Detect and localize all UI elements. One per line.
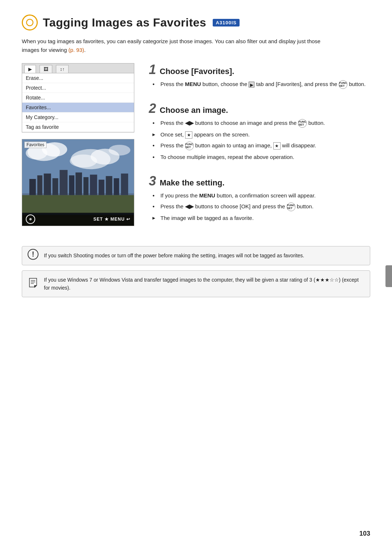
step-2-bullet-3: Press the FUNCSET button again to untag … bbox=[152, 141, 370, 150]
step-2-header: 2 Choose an image. bbox=[149, 102, 370, 115]
func-set-btn-3: FUNCSET bbox=[185, 142, 194, 150]
menu-items-list: Erase... Protect... Rotate... Favorites.… bbox=[22, 73, 134, 132]
camera-icon-area: ⊕ bbox=[26, 214, 35, 224]
camera-label: Favorites bbox=[24, 142, 46, 148]
svg-rect-20 bbox=[106, 176, 113, 195]
svg-point-7 bbox=[70, 155, 97, 168]
intro-text: When you tag images as favorites, you ca… bbox=[22, 38, 320, 53]
camera-bottom-bar: ⊕ SET ★ MENU ↩ bbox=[22, 213, 134, 226]
svg-rect-15 bbox=[69, 175, 74, 195]
camera-image-bg: Favorites ⊕ SET ★ MENU ↩ bbox=[22, 139, 134, 226]
svg-rect-13 bbox=[52, 178, 58, 195]
intro-link[interactable]: (p. 93) bbox=[68, 47, 84, 53]
svg-point-8 bbox=[109, 145, 130, 156]
svg-rect-10 bbox=[29, 179, 36, 195]
menu-item: My Category... bbox=[22, 113, 134, 122]
title-icon bbox=[22, 15, 38, 30]
note-notice: If you use Windows 7 or Windows Vista an… bbox=[22, 270, 370, 298]
svg-rect-22 bbox=[121, 173, 128, 195]
menu-item: Erase... bbox=[22, 73, 134, 83]
step-3-bullets: If you press the MENU button, a confirma… bbox=[152, 191, 370, 222]
step-3-bullet-3: The image will be tagged as a favorite. bbox=[152, 214, 370, 222]
svg-rect-19 bbox=[99, 180, 105, 195]
svg-point-0 bbox=[26, 19, 33, 26]
svg-rect-12 bbox=[44, 173, 51, 195]
step-1: 1 Choose [Favorites]. Press the MENU but… bbox=[149, 63, 370, 89]
content-area: ▶ 🖼 ↕↑ Erase... Protect... Rotate... Fav… bbox=[22, 63, 370, 235]
warning-icon: ! bbox=[27, 249, 39, 262]
camera-bottom-text: SET ★ MENU ↩ bbox=[93, 217, 130, 222]
step-2-title: Choose an image. bbox=[160, 106, 228, 115]
menu-word-2: MENU bbox=[199, 192, 215, 199]
menu-tab-play: ▶ bbox=[24, 65, 36, 73]
menu-tab-print: 🖼 bbox=[40, 65, 52, 73]
note-icon bbox=[27, 277, 39, 291]
step-1-bullets: Press the MENU button, choose the ▶ tab … bbox=[152, 80, 370, 89]
note-notice-text: If you use Windows 7 or Windows Vista an… bbox=[44, 277, 359, 291]
svg-point-4 bbox=[26, 147, 48, 160]
step-2-bullet-4: To choose multiple images, repeat the ab… bbox=[152, 153, 370, 161]
step-2-bullet-1: Press the ◀▶ buttons to choose an image … bbox=[152, 119, 370, 128]
step-3-bullet-2: Press the ◀▶ buttons to choose [OK] and … bbox=[152, 202, 370, 211]
func-set-btn-2: FUNCSET bbox=[298, 119, 307, 128]
circle-icon bbox=[26, 19, 34, 26]
side-tab bbox=[385, 265, 392, 287]
menu-tab-settings: ↕↑ bbox=[56, 65, 69, 73]
page-title-text: Tagging Images as Favorites bbox=[43, 16, 206, 29]
star-icon: ★ bbox=[185, 131, 192, 139]
step-2-bullets: Press the ◀▶ buttons to choose an image … bbox=[152, 119, 370, 161]
intro-paragraph: When you tag images as favorites, you ca… bbox=[22, 37, 330, 54]
svg-rect-18 bbox=[90, 175, 97, 195]
menu-item: Tag as favorite bbox=[22, 122, 134, 132]
step-3-title: Make the setting. bbox=[160, 178, 224, 188]
camera-bottom-icon: ⊕ bbox=[26, 214, 35, 224]
svg-rect-14 bbox=[60, 170, 68, 195]
step-2-bullet-2: Once set, ★ appears on the screen. bbox=[152, 130, 370, 139]
menu-item: Rotate... bbox=[22, 93, 134, 103]
step-3: 3 Make the setting. If you press the MEN… bbox=[149, 175, 370, 222]
svg-rect-21 bbox=[114, 178, 119, 195]
step-2-number: 2 bbox=[149, 102, 156, 115]
svg-rect-17 bbox=[83, 177, 89, 195]
step-1-number: 1 bbox=[149, 63, 156, 76]
menu-word: MENU bbox=[185, 81, 201, 87]
warning-notice-text: If you switch Shooting modes or turn off… bbox=[44, 253, 304, 258]
svg-text:!: ! bbox=[32, 250, 34, 258]
menu-item: Protect... bbox=[22, 83, 134, 93]
step-3-header: 3 Make the setting. bbox=[149, 175, 370, 188]
func-set-btn-4: FUNCSET bbox=[287, 203, 295, 211]
menu-screenshot: ▶ 🖼 ↕↑ Erase... Protect... Rotate... Fav… bbox=[22, 63, 134, 132]
func-set-btn: FUNCSET bbox=[339, 80, 347, 89]
page-title-section: Tagging Images as Favorites A3100IS bbox=[22, 15, 370, 30]
step-1-bullet-1: Press the MENU button, choose the ▶ tab … bbox=[152, 80, 370, 89]
star-icon-2: ★ bbox=[273, 142, 281, 150]
step-3-number: 3 bbox=[149, 175, 156, 188]
menu-tabs: ▶ 🖼 ↕↑ bbox=[22, 64, 134, 73]
camera-screenshot: Favorites ⊕ SET ★ MENU ↩ bbox=[22, 139, 134, 226]
step-1-header: 1 Choose [Favorites]. bbox=[149, 63, 370, 76]
model-badge: A3100IS bbox=[213, 19, 240, 26]
step-3-bullet-1: If you press the MENU button, a confirma… bbox=[152, 191, 370, 200]
svg-rect-16 bbox=[75, 172, 82, 195]
menu-item-favorites: Favorites... bbox=[22, 103, 134, 113]
right-column: 1 Choose [Favorites]. Press the MENU but… bbox=[149, 63, 370, 235]
svg-rect-11 bbox=[37, 175, 42, 195]
step-1-title: Choose [Favorites]. bbox=[160, 67, 234, 76]
play-tab-icon: ▶ bbox=[249, 82, 254, 87]
left-column: ▶ 🖼 ↕↑ Erase... Protect... Rotate... Fav… bbox=[22, 63, 138, 226]
page-number: 103 bbox=[359, 530, 370, 537]
step-2: 2 Choose an image. Press the ◀▶ buttons … bbox=[149, 102, 370, 161]
warning-notice: ! If you switch Shooting modes or turn o… bbox=[22, 246, 370, 265]
svg-rect-23 bbox=[22, 195, 134, 213]
intro-suffix: . bbox=[84, 47, 86, 53]
